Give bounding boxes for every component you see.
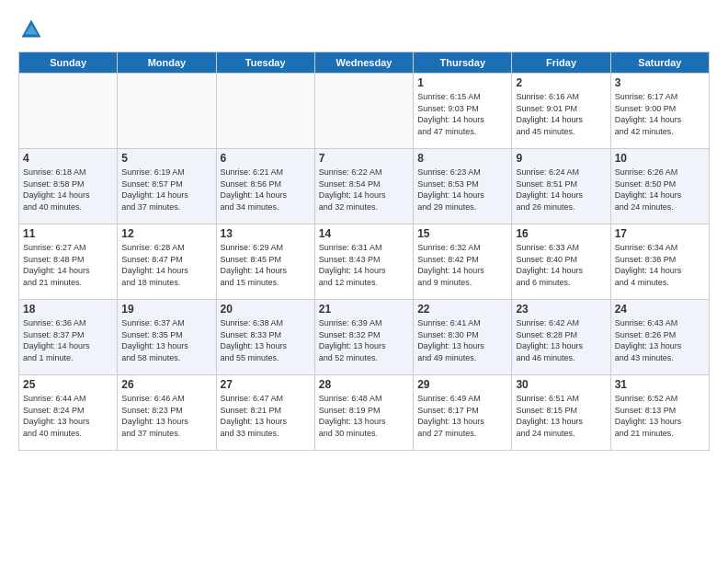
day-info: Sunrise: 6:24 AM Sunset: 8:51 PM Dayligh… [516, 167, 606, 213]
calendar-cell [118, 74, 216, 149]
day-info: Sunrise: 6:43 AM Sunset: 8:26 PM Dayligh… [615, 317, 705, 363]
calendar-cell: 7Sunrise: 6:22 AM Sunset: 8:54 PM Daylig… [314, 149, 413, 224]
calendar-cell: 16Sunrise: 6:33 AM Sunset: 8:40 PM Dayli… [512, 224, 610, 300]
calendar-cell: 14Sunrise: 6:31 AM Sunset: 8:43 PM Dayli… [314, 224, 413, 300]
calendar-cell: 21Sunrise: 6:39 AM Sunset: 8:32 PM Dayli… [314, 300, 413, 375]
calendar-cell: 15Sunrise: 6:32 AM Sunset: 8:42 PM Dayli… [414, 224, 512, 300]
day-number: 17 [615, 227, 705, 240]
day-info: Sunrise: 6:31 AM Sunset: 8:43 PM Dayligh… [319, 242, 409, 288]
day-number: 16 [516, 227, 606, 240]
day-number: 27 [221, 378, 311, 391]
day-number: 26 [121, 378, 211, 391]
calendar-cell: 11Sunrise: 6:27 AM Sunset: 8:48 PM Dayli… [19, 224, 118, 300]
calendar-cell: 3Sunrise: 6:17 AM Sunset: 9:00 PM Daylig… [610, 74, 709, 149]
calendar-cell [314, 74, 413, 149]
calendar-cell: 5Sunrise: 6:19 AM Sunset: 8:57 PM Daylig… [118, 149, 216, 224]
day-header-wednesday: Wednesday [314, 52, 413, 74]
day-info: Sunrise: 6:17 AM Sunset: 9:00 PM Dayligh… [615, 91, 705, 137]
calendar-week-5: 25Sunrise: 6:44 AM Sunset: 8:24 PM Dayli… [19, 375, 710, 451]
calendar-cell: 13Sunrise: 6:29 AM Sunset: 8:45 PM Dayli… [216, 224, 314, 300]
day-number: 7 [319, 152, 409, 165]
calendar-cell: 20Sunrise: 6:38 AM Sunset: 8:33 PM Dayli… [216, 300, 314, 375]
day-number: 11 [23, 227, 113, 240]
calendar-week-1: 1Sunrise: 6:15 AM Sunset: 9:03 PM Daylig… [19, 74, 710, 149]
day-number: 29 [417, 378, 507, 391]
calendar-cell: 9Sunrise: 6:24 AM Sunset: 8:51 PM Daylig… [512, 149, 610, 224]
day-number: 22 [417, 303, 507, 316]
header [18, 17, 710, 42]
day-number: 21 [319, 303, 409, 316]
day-number: 19 [121, 303, 211, 316]
calendar-cell: 25Sunrise: 6:44 AM Sunset: 8:24 PM Dayli… [19, 375, 118, 451]
day-info: Sunrise: 6:18 AM Sunset: 8:58 PM Dayligh… [23, 167, 113, 213]
calendar-cell: 4Sunrise: 6:18 AM Sunset: 8:58 PM Daylig… [19, 149, 118, 224]
day-info: Sunrise: 6:48 AM Sunset: 8:19 PM Dayligh… [319, 393, 409, 439]
day-number: 25 [23, 378, 113, 391]
calendar-cell: 22Sunrise: 6:41 AM Sunset: 8:30 PM Dayli… [414, 300, 512, 375]
day-number: 12 [121, 227, 211, 240]
calendar-cell: 19Sunrise: 6:37 AM Sunset: 8:35 PM Dayli… [118, 300, 216, 375]
day-number: 10 [615, 152, 705, 165]
day-header-friday: Friday [512, 52, 610, 74]
calendar-week-3: 11Sunrise: 6:27 AM Sunset: 8:48 PM Dayli… [19, 224, 710, 300]
day-info: Sunrise: 6:32 AM Sunset: 8:42 PM Dayligh… [417, 242, 507, 288]
day-info: Sunrise: 6:36 AM Sunset: 8:37 PM Dayligh… [23, 317, 113, 363]
day-number: 3 [615, 76, 705, 89]
day-number: 28 [319, 378, 409, 391]
calendar-cell: 6Sunrise: 6:21 AM Sunset: 8:56 PM Daylig… [216, 149, 314, 224]
day-info: Sunrise: 6:29 AM Sunset: 8:45 PM Dayligh… [221, 242, 311, 288]
calendar-cell: 27Sunrise: 6:47 AM Sunset: 8:21 PM Dayli… [216, 375, 314, 451]
day-number: 14 [319, 227, 409, 240]
day-info: Sunrise: 6:26 AM Sunset: 8:50 PM Dayligh… [615, 167, 705, 213]
day-info: Sunrise: 6:47 AM Sunset: 8:21 PM Dayligh… [221, 393, 311, 439]
day-info: Sunrise: 6:21 AM Sunset: 8:56 PM Dayligh… [221, 167, 311, 213]
calendar-cell: 24Sunrise: 6:43 AM Sunset: 8:26 PM Dayli… [610, 300, 709, 375]
day-number: 18 [23, 303, 113, 316]
calendar-cell: 8Sunrise: 6:23 AM Sunset: 8:53 PM Daylig… [414, 149, 512, 224]
calendar-cell [19, 74, 118, 149]
day-number: 8 [417, 152, 507, 165]
day-header-saturday: Saturday [610, 52, 709, 74]
day-number: 13 [221, 227, 311, 240]
day-header-tuesday: Tuesday [216, 52, 314, 74]
day-info: Sunrise: 6:33 AM Sunset: 8:40 PM Dayligh… [516, 242, 606, 288]
day-info: Sunrise: 6:34 AM Sunset: 8:38 PM Dayligh… [615, 242, 705, 288]
page: SundayMondayTuesdayWednesdayThursdayFrid… [0, 0, 728, 563]
calendar-cell: 28Sunrise: 6:48 AM Sunset: 8:19 PM Dayli… [314, 375, 413, 451]
day-info: Sunrise: 6:51 AM Sunset: 8:15 PM Dayligh… [516, 393, 606, 439]
day-number: 5 [121, 152, 211, 165]
calendar-header-row: SundayMondayTuesdayWednesdayThursdayFrid… [19, 52, 710, 74]
day-info: Sunrise: 6:52 AM Sunset: 8:13 PM Dayligh… [615, 393, 705, 439]
day-number: 9 [516, 152, 606, 165]
calendar-cell: 1Sunrise: 6:15 AM Sunset: 9:03 PM Daylig… [414, 74, 512, 149]
day-info: Sunrise: 6:41 AM Sunset: 8:30 PM Dayligh… [417, 317, 507, 363]
calendar-cell: 12Sunrise: 6:28 AM Sunset: 8:47 PM Dayli… [118, 224, 216, 300]
calendar-cell: 31Sunrise: 6:52 AM Sunset: 8:13 PM Dayli… [610, 375, 709, 451]
day-info: Sunrise: 6:23 AM Sunset: 8:53 PM Dayligh… [417, 167, 507, 213]
day-number: 23 [516, 303, 606, 316]
day-number: 15 [417, 227, 507, 240]
calendar-cell: 26Sunrise: 6:46 AM Sunset: 8:23 PM Dayli… [118, 375, 216, 451]
calendar-cell [216, 74, 314, 149]
calendar-cell: 2Sunrise: 6:16 AM Sunset: 9:01 PM Daylig… [512, 74, 610, 149]
day-info: Sunrise: 6:19 AM Sunset: 8:57 PM Dayligh… [121, 167, 211, 213]
day-info: Sunrise: 6:42 AM Sunset: 8:28 PM Dayligh… [516, 317, 606, 363]
day-info: Sunrise: 6:38 AM Sunset: 8:33 PM Dayligh… [221, 317, 311, 363]
day-info: Sunrise: 6:28 AM Sunset: 8:47 PM Dayligh… [121, 242, 211, 288]
day-number: 6 [221, 152, 311, 165]
day-header-sunday: Sunday [19, 52, 118, 74]
day-info: Sunrise: 6:37 AM Sunset: 8:35 PM Dayligh… [121, 317, 211, 363]
day-info: Sunrise: 6:15 AM Sunset: 9:03 PM Dayligh… [417, 91, 507, 137]
day-number: 2 [516, 76, 606, 89]
calendar-cell: 17Sunrise: 6:34 AM Sunset: 8:38 PM Dayli… [610, 224, 709, 300]
calendar-cell: 29Sunrise: 6:49 AM Sunset: 8:17 PM Dayli… [414, 375, 512, 451]
day-header-monday: Monday [118, 52, 216, 74]
calendar-week-4: 18Sunrise: 6:36 AM Sunset: 8:37 PM Dayli… [19, 300, 710, 375]
day-info: Sunrise: 6:16 AM Sunset: 9:01 PM Dayligh… [516, 91, 606, 137]
calendar: SundayMondayTuesdayWednesdayThursdayFrid… [18, 52, 710, 451]
logo-icon [18, 17, 44, 42]
day-header-thursday: Thursday [414, 52, 512, 74]
day-info: Sunrise: 6:22 AM Sunset: 8:54 PM Dayligh… [319, 167, 409, 213]
calendar-cell: 18Sunrise: 6:36 AM Sunset: 8:37 PM Dayli… [19, 300, 118, 375]
day-info: Sunrise: 6:27 AM Sunset: 8:48 PM Dayligh… [23, 242, 113, 288]
